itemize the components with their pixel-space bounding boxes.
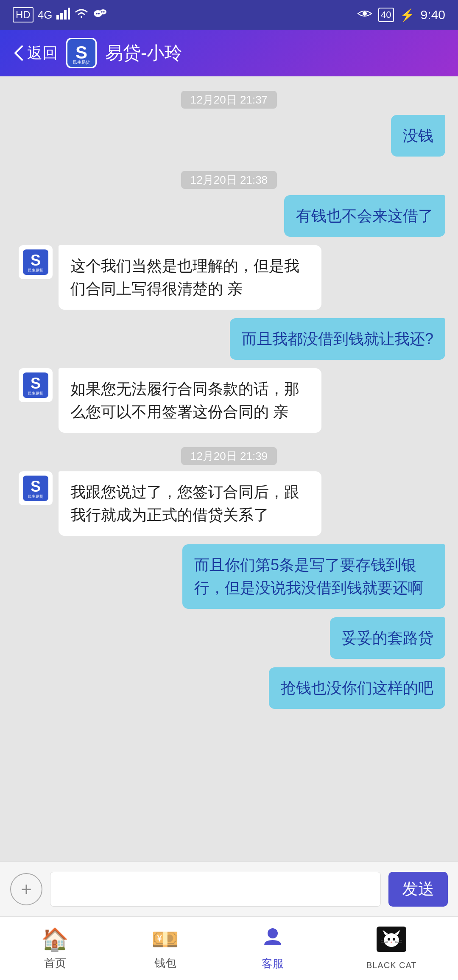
battery-level: 40 [378,8,394,22]
svg-point-9 [103,11,105,13]
svg-point-29 [393,938,395,941]
message-row: S 民生易贷 我跟您说过了，您签订合同后，跟我行就成为正式的借贷关系了 [13,471,445,536]
bubble-right: 而且你们第5条是写了要存钱到银行，但是没说我没借到钱就要还啊 [182,544,445,609]
svg-rect-0 [56,15,59,20]
nav-service[interactable]: 客服 [262,926,284,971]
chat-area: 12月20日 21:37 没钱 12月20日 21:38 有钱也不会来这借了 S… [0,76,458,861]
svg-point-6 [96,13,98,14]
message-row: 抢钱也没你们这样的吧 [13,667,445,709]
svg-rect-2 [64,10,67,20]
timestamp-2: 12月20日 21:38 [13,173,445,188]
status-right: 40 ⚡ 9:40 [357,8,445,22]
bubble-right: 有钱也不会来这借了 [284,195,445,237]
timestamp-3: 12月20日 21:39 [13,449,445,464]
message-row: 妥妥的套路贷 [13,617,445,659]
signal-bars [56,8,70,22]
bottom-nav: 🏠 首页 💴 钱包 客服 [0,916,458,980]
nav-blackcat-label: BLACK CAT [366,960,417,970]
eye-icon [357,8,372,22]
svg-text:S: S [31,252,41,269]
bubble-right: 妥妥的套路贷 [330,617,445,659]
contact-avatar: S 民生易贷 [66,38,97,68]
svg-point-28 [388,938,390,941]
nav-wallet[interactable]: 💴 钱包 [151,927,179,971]
back-label: 返回 [27,43,58,64]
nav-blackcat[interactable]: BLACK CAT [366,927,417,970]
svg-point-8 [101,11,103,13]
status-bar: HD 4G [0,0,458,30]
svg-point-10 [363,11,367,16]
hd-icon: HD [13,7,34,22]
message-row: S 民生易贷 如果您无法履行合同条款的话，那么您可以不用签署这份合同的 亲 [13,368,445,433]
bubble-left: 我跟您说过了，您签订合同后，跟我行就成为正式的借贷关系了 [59,471,321,536]
svg-text:民生易贷: 民生易贷 [73,60,90,64]
nav-home[interactable]: 🏠 首页 [41,927,69,971]
bubble-right: 抢钱也没你们这样的吧 [269,667,445,709]
time: 9:40 [421,8,445,22]
back-button[interactable]: 返回 [13,43,58,64]
wechat-icon [93,8,107,22]
home-icon: 🏠 [41,927,69,952]
message-row: 而且你们第5条是写了要存钱到银行，但是没说我没借到钱就要还啊 [13,544,445,609]
svg-text:S: S [31,478,41,495]
agent-avatar: S 民生易贷 [19,368,53,402]
svg-point-25 [384,933,399,947]
message-row: 而且我都没借到钱就让我还? [13,318,445,360]
bubble-right: 而且我都没借到钱就让我还? [230,318,445,360]
message-row: 没钱 [13,115,445,157]
chat-header: 返回 S 民生易贷 易贷-小玲 [0,30,458,76]
svg-point-5 [100,9,106,14]
charging-icon: ⚡ [400,8,415,22]
svg-point-23 [268,928,278,938]
svg-text:S: S [31,375,41,392]
send-button[interactable]: 发送 [388,872,448,907]
message-row: 有钱也不会来这借了 [13,195,445,237]
wallet-icon: 💴 [151,927,179,952]
message-row: S 民生易贷 这个我们当然是也理解的，但是我们合同上写得很清楚的 亲 [13,245,445,310]
bubble-left: 如果您无法履行合同条款的话，那么您可以不用签署这份合同的 亲 [59,368,321,433]
svg-text:S: S [75,42,87,62]
bubble-left: 这个我们当然是也理解的，但是我们合同上写得很清楚的 亲 [59,245,321,310]
blackcat-icon [377,927,406,957]
agent-avatar: S 民生易贷 [19,245,53,279]
status-left: HD 4G [13,7,107,22]
signal-4g: 4G [38,8,53,22]
add-button[interactable]: + [10,873,42,905]
nav-home-label: 首页 [44,956,66,971]
input-area: + 发送 [0,861,458,916]
wifi-icon [74,8,89,22]
svg-point-7 [98,13,100,14]
svg-text:民生易贷: 民生易贷 [28,268,43,272]
svg-text:民生易贷: 民生易贷 [28,391,43,395]
bubble-right: 没钱 [391,115,445,157]
message-input[interactable] [50,872,381,907]
svg-text:民生易贷: 民生易贷 [28,494,43,498]
nav-wallet-label: 钱包 [154,956,176,971]
service-icon [262,926,284,953]
agent-avatar: S 民生易贷 [19,471,53,505]
svg-rect-1 [60,13,63,20]
nav-service-label: 客服 [262,956,284,971]
svg-rect-3 [68,8,70,20]
timestamp-1: 12月20日 21:37 [13,92,445,107]
contact-name: 易贷-小玲 [105,41,182,65]
